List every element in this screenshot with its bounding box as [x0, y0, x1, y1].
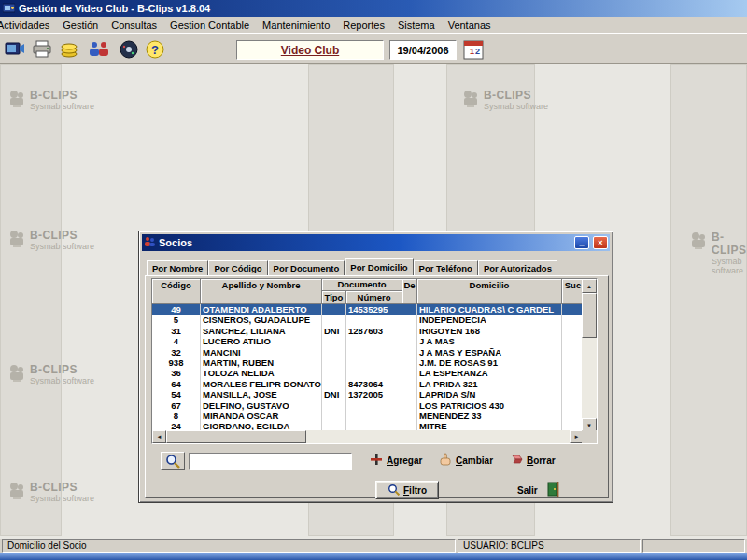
app-icon[interactable] [3, 2, 15, 16]
window-title: Gestión de Video Club - B-Clips v1.8.04 [19, 3, 210, 14]
cell-domicilio: LA ESPERANZA [417, 368, 562, 378]
vertical-scroll-thumb[interactable] [582, 293, 597, 338]
search-button[interactable] [161, 452, 185, 470]
filtro-button[interactable]: Filtro [375, 481, 439, 499]
cell-apellido: MARTIN, RUBEN [201, 357, 322, 368]
filtro-label: Filtro [403, 485, 427, 496]
watermark-icon [689, 231, 708, 253]
cell-tipo [322, 336, 346, 346]
horizontal-scrollbar[interactable]: ◄ ► [152, 430, 584, 443]
table-row[interactable]: 49OTAMENDI ADALBERTO14535295HILARIO CUAD… [152, 304, 584, 315]
cell-codigo: 67 [152, 400, 201, 411]
cell-domicilio: LAPRIDA S/N [417, 389, 562, 399]
watermark-icon [7, 481, 26, 503]
cell-numero: 1287603 [346, 326, 402, 336]
tab-por-domicilio[interactable]: Por Domicilio [345, 258, 413, 276]
toolbar: ? Video Club 19/04/2006 12 [0, 33, 747, 64]
background-watermark-panel [670, 64, 747, 536]
agregar-button[interactable]: Agregar [370, 453, 422, 468]
menu-item-mantenimiento[interactable]: Mantenimiento [256, 18, 336, 33]
cell-apellido: MORALES FELIPR DONATO [201, 379, 322, 389]
menu-item-gestion-contable[interactable]: Gestion Contable [163, 18, 256, 33]
watermark-icon [461, 89, 480, 111]
watermark-logo: B-CLIPSSysmab software [7, 481, 94, 503]
table-row[interactable]: 938MARTIN, RUBENJ.M. DE ROSAS 91 [152, 357, 584, 368]
svg-text:2: 2 [475, 47, 480, 56]
table-row[interactable]: 4LUCERO ATILIOJ A MAS [152, 336, 584, 346]
table-row[interactable]: 36TOLOZA NELIDALA ESPERANZA [152, 368, 584, 378]
search-input[interactable] [189, 453, 352, 470]
cell-tipo [322, 357, 346, 368]
cell-apellido: MIRANDA OSCAR [201, 411, 322, 421]
cell-apellido: OTAMENDI ADALBERTO [201, 304, 322, 315]
scroll-up-button[interactable]: ▲ [582, 279, 597, 293]
watermark-subtitle: Sysmab software [30, 494, 94, 503]
close-button[interactable]: × [593, 236, 608, 249]
cell-domicilio: LOS PATRICIOS 430 [417, 400, 562, 411]
cell-apellido: SANCHEZ, LILIANA [201, 326, 322, 336]
minimize-button[interactable]: _ [574, 236, 589, 249]
cell-de [402, 336, 417, 346]
dialog-title-bar[interactable]: Socios _ × [142, 234, 610, 251]
watermark-subtitle: Sysmab software [30, 376, 94, 385]
printer-icon[interactable] [29, 36, 55, 62]
cell-numero [346, 411, 402, 421]
menu-item-ventanas[interactable]: Ventanas [442, 18, 498, 33]
table-row[interactable]: 32MANCINIJ A MAS Y ESPAÑA [152, 347, 584, 357]
cell-domicilio: MENENDEZ 33 [417, 411, 562, 421]
salir-button[interactable]: Salir [517, 482, 559, 498]
tab-por-codigo[interactable]: Por Código [208, 260, 267, 276]
table-row[interactable]: 54MANSILLA, JOSEDNI1372005LAPRIDA S/N [152, 389, 584, 399]
cambiar-button[interactable]: Cambiar [439, 453, 493, 468]
menu-item-actividades[interactable]: Actividades [0, 18, 56, 33]
calendar-icon[interactable]: 12 [461, 37, 486, 62]
help-icon[interactable]: ? [142, 36, 168, 62]
cell-tipo [322, 368, 346, 378]
cell-de [402, 400, 417, 411]
cell-domicilio: LA PRIDA 321 [417, 379, 562, 389]
column-header-documento-group: Documento Tipo Número [322, 279, 402, 304]
menu-item-reportes[interactable]: Reportes [336, 18, 391, 33]
menu-item-sistema[interactable]: Sistema [391, 18, 442, 33]
cell-codigo: 5 [152, 315, 201, 325]
client-area: B-CLIPSSysmab softwareB-CLIPSSysmab soft… [0, 64, 747, 539]
vertical-scrollbar[interactable]: ▲ ▼ [582, 279, 597, 432]
cell-codigo: 31 [152, 326, 201, 336]
borrar-button[interactable]: Borrar [509, 453, 556, 468]
column-header-numero: Número [346, 291, 402, 304]
cell-domicilio: IRIGOYEN 168 [417, 326, 562, 336]
members-icon[interactable] [86, 36, 112, 62]
agregar-label: Agregar [387, 455, 422, 466]
tab-por-nombre[interactable]: Por Nombre [147, 260, 208, 276]
hand-icon [439, 453, 452, 468]
scroll-left-button[interactable]: ◄ [152, 430, 166, 443]
disc-icon[interactable] [116, 36, 142, 62]
cell-tipo: DNI [322, 326, 346, 336]
watermark-brand: B-CLIPS [712, 231, 747, 257]
title-bar[interactable]: Gestión de Video Club - B-Clips v1.8.04 [0, 0, 747, 17]
cell-codigo: 8 [152, 411, 201, 421]
horizontal-scroll-thumb[interactable] [166, 430, 306, 443]
table-row[interactable]: 67DELFINO, GUSTAVOLOS PATRICIOS 430 [152, 400, 584, 411]
tab-por-telefono[interactable]: Por Teléfono [414, 260, 478, 276]
tab-por-documento[interactable]: Por Documento [268, 260, 345, 276]
cell-apellido: DELFINO, GUSTAVO [201, 400, 322, 411]
video-exit-icon[interactable] [2, 36, 28, 62]
cell-tipo [322, 304, 346, 315]
menu-item-gestion[interactable]: Gestión [56, 18, 105, 33]
cell-numero [346, 368, 402, 378]
eraser-icon [509, 453, 523, 468]
cash-icon[interactable] [56, 36, 82, 62]
table-row[interactable]: 64MORALES FELIPR DONATO8473064LA PRIDA 3… [152, 379, 584, 389]
date-value: 19/04/2006 [397, 45, 448, 56]
filter-magnifier-icon [388, 483, 400, 497]
cell-codigo: 938 [152, 357, 201, 368]
cell-de [402, 315, 417, 325]
table-row[interactable]: 31SANCHEZ, LILIANADNI1287603IRIGOYEN 168 [152, 326, 584, 336]
cell-suc [562, 315, 584, 325]
menu-item-consultas[interactable]: Consultas [105, 18, 163, 33]
socios-grid: Código Apellido y Nombre Documento Tipo … [151, 278, 598, 444]
table-row[interactable]: 5CISNEROS, GUADALUPEINDEPENDECIA [152, 315, 584, 325]
tab-por-autorizados[interactable]: Por Autorizados [478, 260, 557, 276]
table-row[interactable]: 8MIRANDA OSCARMENENDEZ 33 [152, 411, 584, 421]
